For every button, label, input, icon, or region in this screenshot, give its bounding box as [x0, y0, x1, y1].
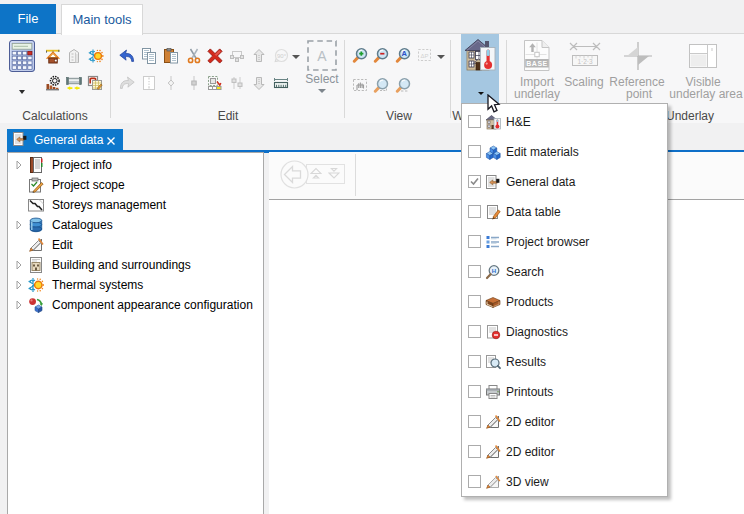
- svg-text:H: H: [492, 268, 496, 274]
- svg-text:90°: 90°: [277, 53, 287, 59]
- svg-text:1·2·3: 1·2·3: [577, 58, 593, 65]
- svg-text:A: A: [402, 49, 408, 58]
- svg-text:BASE: BASE: [526, 60, 547, 67]
- svg-text:ΔP: ΔP: [420, 53, 428, 59]
- svg-text:A: A: [317, 48, 327, 64]
